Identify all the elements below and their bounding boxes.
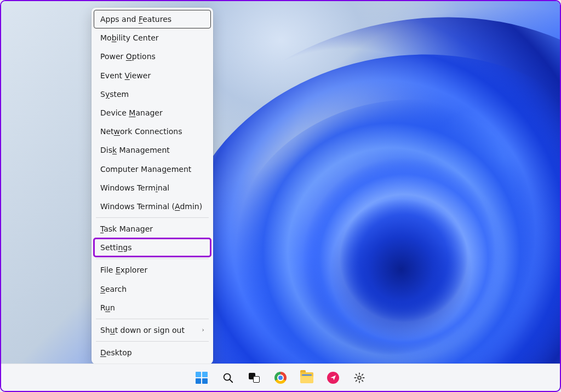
- taskbar-app-chrome[interactable]: [271, 368, 290, 387]
- menu-item-label: Mobility Center: [100, 33, 159, 43]
- menu-item-label: Disk Management: [100, 145, 170, 155]
- menu-item-label: File Explorer: [100, 265, 147, 275]
- svg-point-2: [358, 376, 361, 379]
- menu-item-system[interactable]: System: [94, 85, 211, 103]
- menu-item-task-manager[interactable]: Task Manager: [94, 220, 211, 238]
- menu-item-label: Computer Management: [100, 164, 191, 174]
- search-icon: [222, 372, 234, 384]
- svg-line-9: [356, 380, 357, 381]
- winx-context-menu: Apps and FeaturesMobility CenterPower Op…: [91, 8, 213, 364]
- menu-item-event-viewer[interactable]: Event Viewer: [94, 66, 211, 85]
- menu-separator: [96, 258, 209, 259]
- menu-item-label: Windows Terminal: [100, 183, 169, 193]
- menu-item-label: Task Manager: [100, 224, 153, 234]
- menu-item-network-connections[interactable]: Network Connections: [94, 122, 211, 141]
- svg-line-8: [362, 380, 363, 381]
- svg-line-7: [356, 374, 357, 375]
- menu-separator: [96, 341, 209, 342]
- task-view-button[interactable]: [245, 368, 264, 387]
- menu-item-label: Device Manager: [100, 108, 163, 118]
- menu-item-power-options[interactable]: Power Options: [94, 47, 211, 66]
- menu-item-label: Settings: [100, 243, 131, 252]
- menu-item-windows-terminal[interactable]: Windows Terminal: [94, 178, 211, 197]
- menu-item-search[interactable]: Search: [94, 280, 211, 298]
- menu-item-label: Apps and Features: [100, 14, 171, 24]
- folder-icon: [300, 372, 313, 383]
- taskbar-app-pink[interactable]: [324, 368, 342, 387]
- gear-icon: [353, 372, 365, 384]
- menu-item-run[interactable]: Run: [94, 298, 211, 317]
- menu-item-file-explorer[interactable]: File Explorer: [94, 261, 211, 279]
- svg-line-10: [362, 374, 363, 375]
- chevron-right-icon: ›: [202, 326, 204, 334]
- menu-item-settings[interactable]: Settings: [94, 238, 211, 257]
- menu-separator: [96, 319, 209, 319]
- menu-separator: [96, 217, 209, 218]
- menu-item-label: Network Connections: [100, 126, 182, 136]
- taskbar-search-button[interactable]: [219, 368, 237, 387]
- desktop-wallpaper: [1, 1, 560, 391]
- menu-item-label: System: [100, 89, 129, 99]
- menu-item-label: Desktop: [100, 348, 132, 358]
- menu-item-label: Event Viewer: [100, 71, 151, 80]
- menu-item-windows-terminal-admin[interactable]: Windows Terminal (Admin): [94, 197, 211, 216]
- menu-item-desktop[interactable]: Desktop: [94, 343, 211, 362]
- start-button[interactable]: [192, 368, 211, 387]
- menu-item-label: Search: [100, 284, 127, 294]
- task-view-icon: [249, 373, 260, 383]
- menu-item-disk-management[interactable]: Disk Management: [94, 141, 211, 159]
- wallpaper-decor: [324, 193, 478, 346]
- paper-plane-icon: [327, 372, 339, 384]
- chrome-icon: [274, 372, 287, 384]
- taskbar: [1, 364, 560, 391]
- menu-item-apps-and-features[interactable]: Apps and Features: [94, 10, 211, 28]
- svg-line-1: [230, 379, 232, 382]
- menu-item-label: Shut down or sign out: [100, 325, 185, 335]
- menu-item-label: Run: [100, 303, 115, 313]
- taskbar-app-settings[interactable]: [350, 368, 369, 387]
- menu-item-computer-management[interactable]: Computer Management: [94, 160, 211, 178]
- menu-item-shut-down-or-sign-out[interactable]: Shut down or sign out›: [94, 321, 211, 339]
- menu-item-device-manager[interactable]: Device Manager: [94, 103, 211, 122]
- menu-item-mobility-center[interactable]: Mobility Center: [94, 28, 211, 47]
- windows-logo-icon: [196, 372, 208, 384]
- menu-item-label: Power Options: [100, 51, 156, 61]
- taskbar-app-file-explorer[interactable]: [297, 368, 316, 387]
- menu-item-label: Windows Terminal (Admin): [100, 201, 202, 211]
